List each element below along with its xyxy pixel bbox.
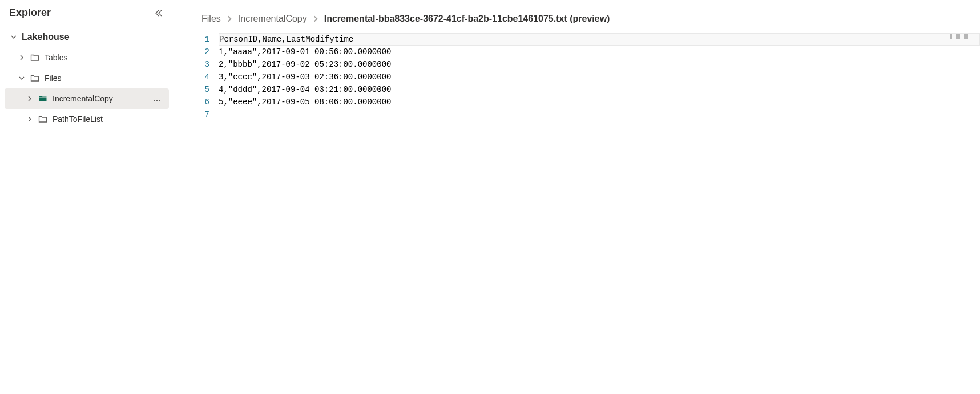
explorer-title: Explorer: [9, 7, 51, 19]
code-line: 2,"bbbb",2017-09-02 05:23:00.0000000: [219, 58, 980, 71]
chevron-right-icon: [17, 53, 26, 62]
tree-item-pathtofilelist[interactable]: PathToFileList: [5, 109, 169, 129]
file-preview-editor: 1 2 3 4 5 6 7 PersonID,Name,LastModifyti…: [174, 33, 980, 394]
line-number: 4: [196, 71, 209, 83]
code-line: [219, 108, 980, 121]
collapse-sidebar-button[interactable]: [153, 7, 164, 19]
sidebar-header: Explorer: [0, 0, 174, 25]
more-options-button[interactable]: …: [150, 94, 164, 103]
code-content[interactable]: PersonID,Name,LastModifytime 1,"aaaa",20…: [219, 33, 980, 394]
chevron-down-icon: [17, 74, 26, 83]
line-number: 5: [196, 83, 209, 96]
folder-icon: [30, 73, 40, 83]
breadcrumb: Files IncrementalCopy Incremental-bba833…: [174, 0, 980, 33]
main-content: Files IncrementalCopy Incremental-bba833…: [174, 0, 980, 394]
breadcrumb-incrementalcopy[interactable]: IncrementalCopy: [238, 14, 307, 24]
tree-label: PathToFileList: [53, 115, 164, 124]
chevron-double-left-icon: [154, 9, 163, 18]
tree-item-files[interactable]: Files: [5, 68, 169, 88]
breadcrumb-current-file: Incremental-bba833ce-3672-41cf-ba2b-11cb…: [324, 14, 610, 24]
line-number-gutter: 1 2 3 4 5 6 7: [196, 33, 219, 394]
folder-selected-icon: [38, 94, 48, 104]
chevron-right-icon: [225, 15, 233, 23]
tree-item-lakehouse[interactable]: Lakehouse: [5, 27, 169, 47]
code-line: 4,"dddd",2017-09-04 03:21:00.0000000: [219, 83, 980, 96]
code-line: PersonID,Name,LastModifytime: [219, 33, 980, 46]
line-number: 6: [196, 96, 209, 108]
chevron-right-icon: [25, 94, 34, 103]
minimap[interactable]: [950, 34, 970, 39]
line-number: 7: [196, 108, 209, 121]
tree-label: Tables: [45, 53, 164, 62]
tree-label: Files: [45, 74, 164, 83]
chevron-right-icon: [312, 15, 320, 23]
chevron-down-icon: [9, 33, 18, 42]
code-line: 3,"cccc",2017-09-03 02:36:00.0000000: [219, 71, 980, 83]
explorer-sidebar: Explorer Lakehouse: [0, 0, 174, 394]
tree-item-incrementalcopy[interactable]: IncrementalCopy …: [5, 88, 169, 109]
explorer-tree: Lakehouse Tables: [0, 25, 174, 132]
chevron-right-icon: [25, 115, 34, 124]
folder-icon: [38, 114, 48, 124]
tree-item-tables[interactable]: Tables: [5, 47, 169, 68]
code-line: 5,"eeee",2017-09-05 08:06:00.0000000: [219, 96, 980, 108]
line-number: 1: [196, 33, 209, 46]
line-number: 2: [196, 46, 209, 58]
tree-label: Lakehouse: [22, 32, 164, 42]
line-number: 3: [196, 58, 209, 71]
folder-icon: [30, 52, 40, 63]
code-line: 1,"aaaa",2017-09-01 00:56:00.0000000: [219, 46, 980, 58]
breadcrumb-files[interactable]: Files: [201, 14, 221, 24]
tree-label: IncrementalCopy: [53, 94, 150, 103]
